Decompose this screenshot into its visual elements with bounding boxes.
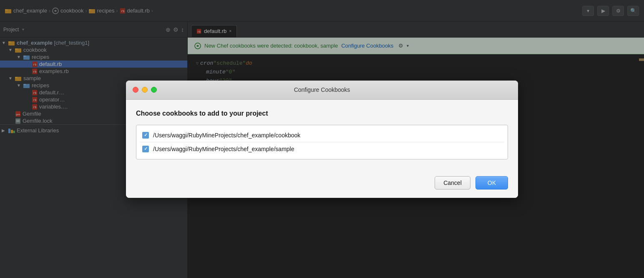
- ok-button[interactable]: OK: [475, 176, 508, 190]
- cancel-button[interactable]: Cancel: [435, 176, 470, 190]
- dialog-overlay: Configure Cookbooks Choose cookbooks to …: [0, 0, 644, 278]
- checkbox-check-0: ✓: [144, 132, 148, 138]
- dialog-body: Choose cookbooks to add to your project …: [126, 100, 518, 176]
- dialog-title: Configure Cookbooks: [294, 86, 350, 93]
- traffic-light-green[interactable]: [151, 87, 157, 93]
- cookbook-path-1: /Users/waggi/RubyMineProjects/chef_examp…: [153, 146, 294, 152]
- ide-window: chef_example › cookbook › recipes ›: [0, 0, 644, 278]
- cookbook-checkbox-1[interactable]: ✓: [142, 146, 149, 152]
- traffic-light-red[interactable]: [133, 87, 138, 93]
- cookbook-item-0[interactable]: ✓ /Users/waggi/RubyMineProjects/chef_exa…: [140, 129, 504, 142]
- cookbook-list: ✓ /Users/waggi/RubyMineProjects/chef_exa…: [136, 125, 508, 159]
- dialog-subtitle: Choose cookbooks to add to your project: [136, 110, 508, 117]
- traffic-light-yellow[interactable]: [142, 87, 148, 93]
- cookbook-item-1[interactable]: ✓ /Users/waggi/RubyMineProjects/chef_exa…: [140, 142, 504, 156]
- dialog-title-bar: Configure Cookbooks: [126, 81, 518, 100]
- dialog-footer: Cancel OK: [126, 176, 518, 198]
- cookbook-path-0: /Users/waggi/RubyMineProjects/chef_examp…: [153, 132, 300, 139]
- checkbox-check-1: ✓: [144, 146, 148, 152]
- configure-cookbooks-dialog: Configure Cookbooks Choose cookbooks to …: [126, 81, 518, 198]
- cookbook-checkbox-0[interactable]: ✓: [142, 132, 149, 139]
- traffic-lights: [133, 87, 157, 93]
